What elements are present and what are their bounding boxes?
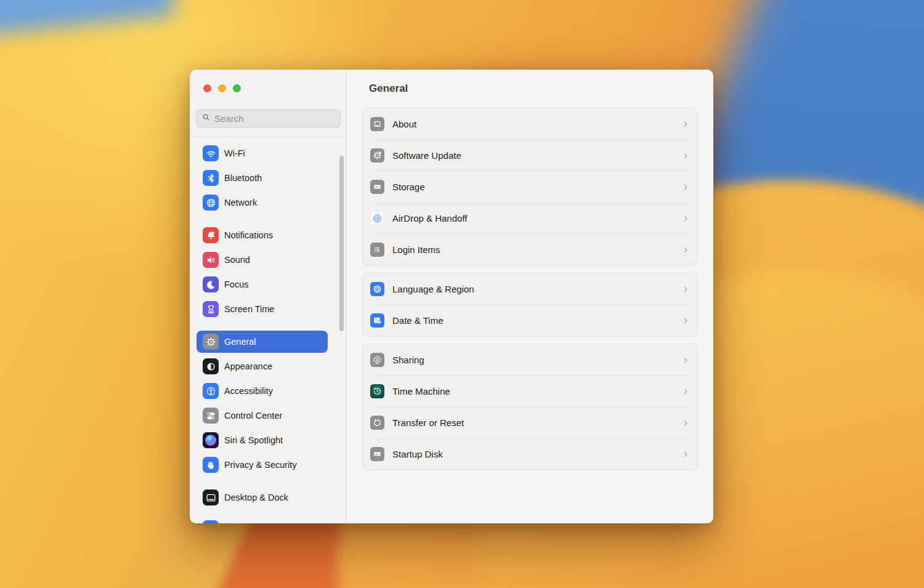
sidebar-item-accessibility[interactable]: Accessibility [197,380,328,402]
privacy-hand-icon [203,457,219,473]
siri-icon [203,432,219,448]
speaker-icon [203,252,219,268]
settings-row-login-items[interactable]: Login Items [363,234,697,265]
desktop-dock-icon [203,489,219,505]
sidebar-item-network[interactable]: Network [197,191,328,214]
sidebar-item-privacy-security[interactable]: Privacy & Security [197,454,328,476]
settings-row-label: Date & Time [392,315,444,326]
minimize-button[interactable] [218,84,226,92]
settings-row-date-time[interactable]: Date & Time [363,305,697,336]
settings-row-startup-disk[interactable]: Startup Disk [363,438,697,470]
time-machine-clock-icon [370,384,384,398]
settings-row-sharing[interactable]: Sharing [363,344,697,376]
sidebar-item-label: General [224,337,256,347]
moon-icon [203,276,219,292]
hourglass-icon [203,301,219,317]
sidebar-item-bluetooth[interactable]: Bluetooth [197,167,328,189]
settings-row-storage[interactable]: Storage [363,171,697,203]
startup-disk-icon [370,447,384,461]
sidebar-group: NotificationsSoundFocusScreen Time [190,224,346,320]
settings-row-about[interactable]: About [363,108,697,140]
sidebar-item-wi-fi[interactable]: Wi-Fi [197,142,328,164]
sidebar-item-focus[interactable]: Focus [197,273,328,296]
sidebar-group: Wi-FiBluetoothNetwork [190,142,346,214]
settings-row-label: Language & Region [392,284,474,294]
bell-icon [203,227,219,243]
chevron-right-icon [681,214,690,223]
chevron-right-icon [681,387,690,396]
settings-row-label: Transfer or Reset [392,417,464,428]
chevron-right-icon [681,316,690,325]
sidebar-item-label: Notifications [224,230,273,240]
sidebar-item-label: Screen Time [224,304,274,314]
system-settings-window: Wi-FiBluetoothNetworkNotificationsSoundF… [190,70,713,523]
sidebar-item-label: Control Center [224,411,282,421]
chevron-right-icon [681,151,690,160]
sidebar-scrollbar[interactable] [339,156,344,331]
settings-row-language-region[interactable]: Language & Region [363,273,697,305]
chevron-right-icon [681,120,690,129]
sidebar-item-label: Siri & Spotlight [224,435,283,445]
sidebar-item-label: Bluetooth [224,173,262,183]
window-controls [203,84,241,92]
toolbar-divider [190,136,346,137]
sidebar-item-general[interactable]: General [197,331,328,353]
sidebar-item-screen-time[interactable]: Screen Time [197,298,328,320]
settings-row-label: Login Items [392,244,440,255]
settings-row-label: About [392,119,416,129]
page-title: General [362,70,698,95]
calendar-clock-icon [370,313,384,328]
chevron-right-icon [681,183,690,191]
settings-card: AboutSoftware UpdateStorageAirDrop & Han… [362,108,698,266]
sidebar-item-appearance[interactable]: Appearance [197,355,328,377]
settings-sidebar: Wi-FiBluetoothNetworkNotificationsSoundF… [190,70,347,523]
settings-content-pane: General AboutSoftware UpdateStorageAirDr… [347,70,713,523]
settings-row-label: Time Machine [392,386,450,397]
globe-icon [370,282,384,296]
sidebar-item-control-center[interactable]: Control Center [197,405,328,427]
login-items-list-icon [370,243,384,257]
display-icon[interactable] [203,520,219,523]
sidebar-group: Desktop & Dock [190,486,346,509]
sidebar-item-label: Desktop & Dock [224,493,288,502]
about-laptop-icon [370,117,384,131]
chevron-right-icon [681,246,690,254]
storage-drive-icon [370,180,384,194]
sidebar-item-label: Privacy & Security [224,460,297,470]
sidebar-item-notifications[interactable]: Notifications [197,224,328,246]
close-button[interactable] [203,84,211,92]
settings-row-label: Startup Disk [392,449,443,459]
settings-row-software-update[interactable]: Software Update [363,140,697,171]
settings-row-label: AirDrop & Handoff [392,213,467,224]
software-update-gear-icon [370,148,384,163]
settings-row-label: Storage [392,182,425,192]
chevron-right-icon [681,450,690,459]
settings-groups: AboutSoftware UpdateStorageAirDrop & Han… [362,108,698,470]
sidebar-group: GeneralAppearanceAccessibilityControl Ce… [190,331,346,476]
network-globe-icon [203,195,219,211]
zoom-button[interactable] [233,84,241,92]
bluetooth-icon [203,170,219,186]
settings-card: SharingTime MachineTransfer or ResetStar… [362,344,698,470]
reset-arrow-icon [370,416,384,430]
settings-row-airdrop-handoff[interactable]: AirDrop & Handoff [363,203,697,234]
gear-icon [203,334,219,350]
sidebar-item-label: Focus [224,280,249,289]
chevron-right-icon [681,285,690,294]
sidebar-nav: Wi-FiBluetoothNetworkNotificationsSoundF… [190,142,346,523]
sidebar-item-label: Wi-Fi [224,148,245,158]
sharing-person-icon [370,353,384,367]
sidebar-item-siri-spotlight[interactable]: Siri & Spotlight [197,429,328,451]
settings-row-transfer-or-reset[interactable]: Transfer or Reset [363,407,697,438]
settings-row-time-machine[interactable]: Time Machine [363,376,697,407]
settings-row-label: Software Update [392,150,461,161]
search-field[interactable] [196,109,341,128]
airdrop-icon [370,211,384,225]
sidebar-item-sound[interactable]: Sound [197,249,328,271]
settings-card: Language & RegionDate & Time [362,273,698,337]
sidebar-item-desktop-dock[interactable]: Desktop & Dock [197,486,328,509]
sidebar-item-label: Network [224,198,257,207]
chevron-right-icon [681,419,690,427]
search-input[interactable] [214,113,335,124]
appearance-icon [203,358,219,374]
